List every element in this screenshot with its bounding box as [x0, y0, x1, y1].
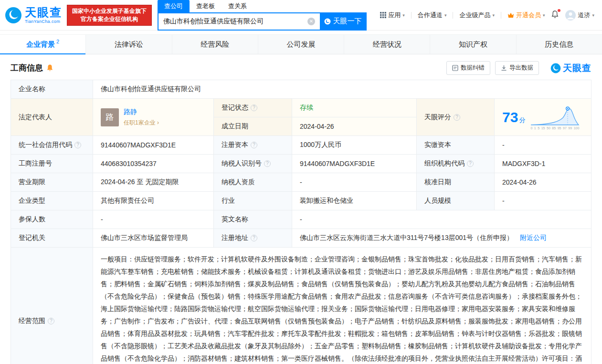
menu-user[interactable]: 道济 — [565, 10, 594, 21]
table-row: 经营范围 一般项目：供应链管理服务；软件开发；计算机软硬件及外围设备制造；企业管… — [11, 248, 591, 364]
divider — [411, 12, 412, 19]
logo-text: 天眼查 — [25, 7, 62, 18]
menu-vip[interactable]: 开通会员 — [507, 11, 545, 20]
reg-authority-value: 佛山市三水区市场监督管理局 — [93, 229, 214, 248]
search-block: 查公司 查老板 查关系 天眼一下 — [158, 0, 367, 31]
company-section-tabs: 企业背景 2 法律诉讼 经营风险 公司发展 经营状况 知识产权 历史信息 — [0, 34, 602, 54]
menu-enterprise-label: 企业级产品 — [459, 11, 490, 20]
table-row: 营业期限 2024-04-26 至 无固定期限 纳税人资质 - 核准日期 202… — [11, 173, 591, 192]
paid-capital-label: 实缴资本 — [417, 136, 495, 155]
search-button-label: 天眼一下 — [333, 17, 362, 26]
clear-search-icon[interactable] — [307, 18, 315, 25]
monitor-bell-icon[interactable] — [46, 64, 53, 72]
reg-authority-label: 登记机关 — [11, 229, 93, 248]
establish-date-label: 成立日期 — [214, 117, 292, 136]
help-icon[interactable] — [467, 160, 474, 167]
tab-label: 公司发展 — [286, 40, 315, 49]
score-cell: 73分 015155085959799100 — [495, 99, 591, 136]
tab-operational-risk[interactable]: 经营风险 — [172, 35, 258, 54]
tab-intellectual-property[interactable]: 知识产权 — [430, 35, 516, 54]
menu-enterprise-products[interactable]: 企业级产品 — [459, 11, 495, 20]
search-input[interactable] — [158, 18, 307, 25]
tab-label: 经营风险 — [201, 40, 229, 49]
data-correction-button[interactable]: 数据纠错 — [446, 61, 490, 75]
section-title-text: 工商信息 — [11, 62, 43, 73]
reg-status-label-text: 登记状态 — [222, 104, 248, 111]
reg-address-label: 注册地址 — [214, 229, 292, 248]
org-code-label-text: 组织机构代码 — [424, 159, 465, 167]
crown-icon — [507, 12, 514, 18]
company-name-label: 企业名称 — [11, 80, 93, 99]
english-name-value: - — [292, 210, 591, 229]
company-name-value: 佛山市科创怡亚通供应链有限公司 — [93, 80, 591, 99]
top-header: 天眼查 TianYanCha.com 国家中小企业发展子基金旗下 官方备案企业征… — [0, 0, 602, 31]
apps-grid-icon — [380, 12, 386, 18]
score-label: 天眼评分 — [417, 99, 495, 136]
reg-status-text: 存续 — [300, 104, 313, 111]
document-edit-icon — [452, 65, 458, 71]
insured-count-label: 参保人数 — [11, 210, 93, 229]
staff-size-value: - — [495, 192, 591, 210]
reg-capital-label: 注册资本 — [214, 136, 292, 155]
download-icon — [501, 65, 507, 71]
tab-legal-proceedings[interactable]: 法律诉讼 — [85, 35, 171, 54]
menu-cooperation[interactable]: 合作通道 — [418, 11, 447, 20]
search-button[interactable]: 天眼一下 — [320, 13, 366, 30]
taxpayer-no-label-text: 纳税人识别号 — [222, 159, 262, 167]
business-term-value: 2024-04-26 至 无固定期限 — [93, 173, 214, 192]
help-icon[interactable] — [251, 104, 257, 111]
search-tab-boss[interactable]: 查老板 — [190, 0, 222, 12]
tab-label: 知识产权 — [459, 40, 487, 49]
tab-count-badge: 2 — [56, 39, 59, 44]
tab-company-background[interactable]: 企业背景 2 — [0, 35, 85, 54]
table-row: 法定代表人 路 路静 任职1家企业 › 登记状态 存续 天眼评分 73分 — [11, 99, 591, 117]
logo-subtext: TianYanCha.com — [25, 20, 62, 24]
notification-dot — [558, 9, 560, 12]
tab-history-info[interactable]: 历史信息 — [516, 35, 602, 54]
help-icon[interactable] — [454, 114, 460, 121]
search-button-logo-icon — [324, 18, 331, 25]
tab-company-development[interactable]: 公司发展 — [258, 35, 344, 54]
nearby-companies-link[interactable]: 附近公司 — [520, 234, 547, 241]
industry-value: 装卸搬运和仓储业 — [292, 192, 417, 210]
search-tabs: 查公司 查老板 查关系 — [158, 0, 367, 12]
chevron-down-icon — [444, 13, 447, 18]
business-scope-cell: 一般项目：供应链管理服务；软件开发；计算机软硬件及外围设备制造；企业管理咨询；金… — [93, 248, 591, 364]
menu-apps[interactable]: 应用 — [380, 11, 405, 20]
taxpayer-no-value: 91440607MADGXF3D1E — [292, 155, 417, 173]
reg-address-text: 佛山市三水区云东海街道三水大道中311号7号楼13层001号（住所申报） — [300, 234, 513, 241]
tianyancha-logo[interactable]: 天眼查 TianYanCha.com — [5, 7, 62, 24]
taxpayer-quality-label: 纳税人资质 — [214, 173, 292, 192]
tianyancha-logo-icon — [5, 7, 22, 24]
insured-count-value: - — [93, 210, 214, 229]
help-icon[interactable] — [48, 318, 54, 324]
org-code-value: MADGXF3D-1 — [495, 155, 591, 173]
notifications-button[interactable] — [551, 10, 559, 20]
table-row: 登记机关 佛山市三水区市场监督管理局 注册地址 佛山市三水区云东海街道三水大道中… — [11, 229, 591, 248]
table-row: 统一社会信用代码 91440607MADGXF3D1E 注册资本 1000万人民… — [11, 136, 591, 155]
legal-rep-companies-link[interactable]: 任职1家企业 › — [124, 119, 159, 127]
business-scope-label: 经营范围 — [11, 248, 93, 364]
legal-rep-link[interactable]: 路静 — [124, 108, 159, 116]
industry-label: 行业 — [214, 192, 292, 210]
chevron-down-icon — [592, 13, 594, 18]
help-icon[interactable] — [251, 235, 257, 241]
chevron-down-icon — [402, 13, 405, 18]
table-row: 企业名称 佛山市科创怡亚通供应链有限公司 — [11, 80, 591, 99]
export-data-label: 导出数据 — [509, 64, 533, 72]
help-icon[interactable] — [264, 160, 271, 167]
table-row: 工商注册号 440683010354237 纳税人识别号 91440607MAD… — [11, 155, 591, 173]
help-icon[interactable] — [251, 142, 257, 148]
tab-operating-status[interactable]: 经营状况 — [344, 35, 430, 54]
section-actions: 数据纠错 导出数据 天眼查 — [446, 61, 591, 75]
badge-line-2: 官方备案企业征信机构 — [72, 15, 147, 23]
top-menu: 应用 合作通道 企业级产品 开通会员 — [380, 10, 594, 21]
legal-rep-avatar[interactable]: 路 — [101, 108, 119, 126]
search-tab-company[interactable]: 查公司 — [158, 0, 190, 12]
reg-status-label: 登记状态 — [214, 99, 292, 117]
certification-badge: 国家中小企业发展子基金旗下 官方备案企业征信机构 — [67, 5, 152, 26]
help-icon[interactable] — [74, 142, 81, 148]
search-tab-relation[interactable]: 查关系 — [222, 0, 253, 12]
paid-capital-value: - — [495, 136, 591, 155]
export-data-button[interactable]: 导出数据 — [495, 61, 539, 75]
